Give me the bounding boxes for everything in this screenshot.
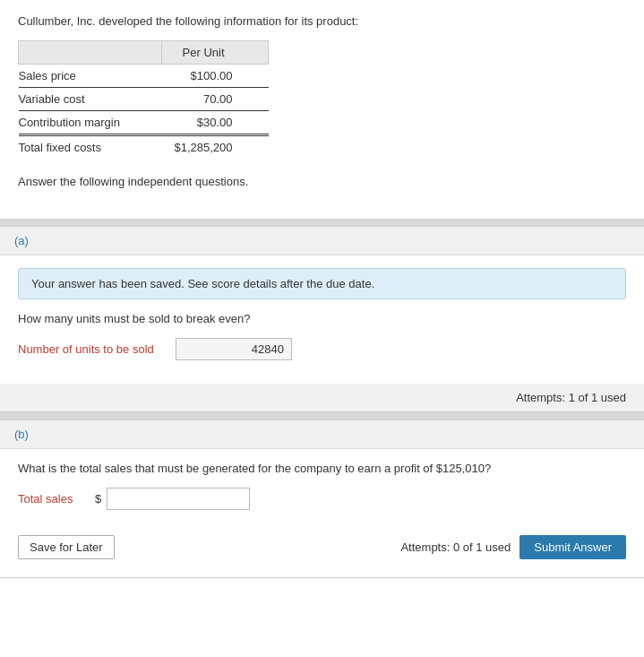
row-label-variable-cost: Variable cost bbox=[19, 88, 162, 111]
section-a-block: (a) Your answer has been saved. See scor… bbox=[0, 226, 644, 412]
product-table: Per Unit Sales price $100.00 Variable co… bbox=[18, 40, 269, 159]
bottom-action-row: Save for Later Attempts: 0 of 1 used Sub… bbox=[18, 528, 626, 563]
table-row: Contribution margin $30.00 bbox=[19, 111, 269, 135]
row-value-variable-cost: 70.00 bbox=[162, 88, 269, 111]
section-a-attempts: Attempts: 1 of 1 used bbox=[516, 391, 626, 404]
section-b-input-row: Total sales $ bbox=[18, 488, 626, 510]
divider-2 bbox=[0, 412, 644, 419]
total-sales-input[interactable] bbox=[107, 488, 250, 510]
section-a-content: Your answer has been saved. See score de… bbox=[0, 255, 644, 384]
row-label-contribution-margin: Contribution margin bbox=[19, 111, 162, 135]
intro-text: Cullumber, Inc. developed the following … bbox=[18, 14, 626, 28]
section-a-input-label: Number of units to be sold bbox=[18, 342, 161, 356]
dollar-sign: $ bbox=[95, 492, 101, 506]
section-a-question: How many units must be sold to break eve… bbox=[18, 312, 626, 325]
section-b-attempts: Attempts: 0 of 1 used bbox=[400, 540, 511, 554]
table-row: Total fixed costs $1,285,200 bbox=[19, 135, 269, 160]
row-value-sales-price: $100.00 bbox=[162, 65, 269, 88]
save-for-later-button[interactable]: Save for Later bbox=[18, 535, 115, 559]
section-b-content: What is the total sales that must be gen… bbox=[0, 448, 644, 577]
submit-answer-button[interactable]: Submit Answer bbox=[519, 535, 626, 559]
section-a-header: (a) bbox=[0, 227, 644, 255]
table-value-header: Per Unit bbox=[162, 41, 269, 65]
divider bbox=[0, 219, 644, 226]
section-b-input-label: Total sales bbox=[18, 492, 90, 506]
main-container: Cullumber, Inc. developed the following … bbox=[0, 0, 644, 219]
row-value-total-fixed-costs: $1,285,200 bbox=[162, 135, 269, 160]
section-a-attempts-row: Attempts: 1 of 1 used bbox=[0, 384, 644, 411]
section-b-block: (b) What is the total sales that must be… bbox=[0, 419, 644, 578]
table-row: Sales price $100.00 bbox=[19, 65, 269, 88]
section-b-header: (b) bbox=[0, 420, 644, 448]
answer-instruction: Answer the following independent questio… bbox=[18, 175, 626, 188]
row-label-sales-price: Sales price bbox=[19, 65, 162, 88]
row-value-contribution-margin: $30.00 bbox=[162, 111, 269, 135]
table-row: Variable cost 70.00 bbox=[19, 88, 269, 111]
row-label-total-fixed-costs: Total fixed costs bbox=[19, 135, 162, 160]
section-b-question: What is the total sales that must be gen… bbox=[18, 462, 626, 475]
table-label-header bbox=[19, 41, 162, 65]
units-to-be-sold-input[interactable] bbox=[176, 338, 292, 360]
right-group: Attempts: 0 of 1 used Submit Answer bbox=[400, 535, 626, 559]
section-a-input-row: Number of units to be sold bbox=[18, 338, 626, 360]
saved-message-box: Your answer has been saved. See score de… bbox=[18, 268, 626, 299]
